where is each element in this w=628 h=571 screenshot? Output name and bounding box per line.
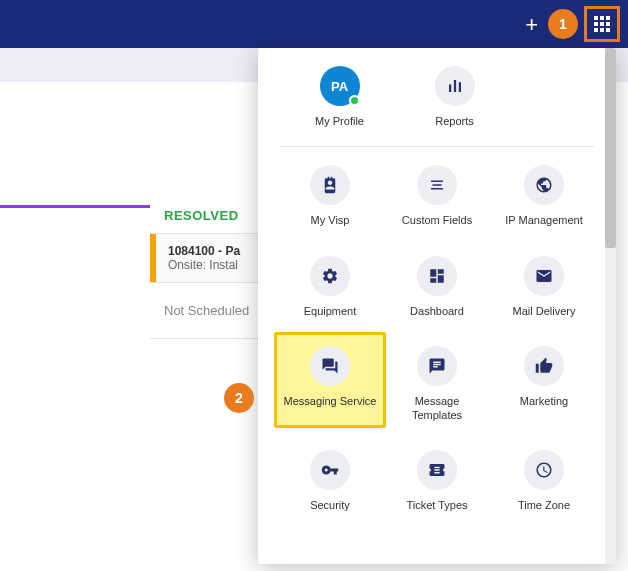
menu-item-message-templates[interactable]: MessageTemplates [387,346,487,423]
svg-rect-2 [458,82,460,92]
ticket-subtitle: Onsite: Instal [168,258,240,272]
menu-item-custom-fields[interactable]: Custom Fields [387,165,487,227]
menu-label: IP Management [505,213,582,227]
mail-icon [524,256,564,296]
badge-icon [310,165,350,205]
menu-label: My Profile [315,114,364,128]
menu-item-marketing[interactable]: Marketing [494,346,594,423]
menu-label: Marketing [520,394,568,408]
menu-item-ip-management[interactable]: IP Management [494,165,594,227]
key-icon [310,450,350,490]
menu-label: Equipment [304,304,357,318]
menu-item-my-visp[interactable]: My Visp [280,165,380,227]
svg-rect-0 [449,85,451,93]
menu-item-my-profile[interactable]: PA My Profile [282,66,397,128]
menu-item-security[interactable]: Security [280,450,380,512]
tab-indicator [0,205,150,208]
menu-label: MessageTemplates [412,394,462,423]
menu-label: Ticket Types [406,498,467,512]
menu-label: My Visp [311,213,350,227]
topbar: + [0,0,628,48]
message-icon [417,346,457,386]
menu-item-messaging-service[interactable]: Messaging Service [280,346,380,423]
apps-menu: PA My Profile Reports My Visp [258,48,616,564]
thumb-up-icon [524,346,564,386]
ticket-icon [417,450,457,490]
scrollbar-thumb[interactable] [605,48,616,248]
scrollbar[interactable] [605,48,616,564]
callout-badge-1: 1 [548,9,578,39]
callout-badge-2: 2 [224,383,254,413]
menu-label: Mail Delivery [513,304,576,318]
dashboard-icon [417,256,457,296]
menu-label: Reports [435,114,474,128]
menu-item-time-zone[interactable]: Time Zone [494,450,594,512]
forum-icon [310,346,350,386]
menu-item-equipment[interactable]: Equipment [280,256,380,318]
gear-icon [310,256,350,296]
menu-label: Time Zone [518,498,570,512]
menu-item-dashboard[interactable]: Dashboard [387,256,487,318]
divider [280,146,594,147]
menu-label: Messaging Service [284,394,377,408]
bar-chart-icon [435,66,475,106]
globe-icon [524,165,564,205]
menu-item-reports[interactable]: Reports [397,66,512,128]
list-icon [417,165,457,205]
clock-icon [524,450,564,490]
menu-item-mail-delivery[interactable]: Mail Delivery [494,256,594,318]
menu-item-ticket-types[interactable]: Ticket Types [387,450,487,512]
menu-label: Dashboard [410,304,464,318]
avatar: PA [320,66,360,106]
status-online-icon [349,95,360,106]
apps-grid-icon [594,16,610,32]
svg-rect-1 [453,80,455,92]
add-button[interactable]: + [525,12,538,38]
apps-button[interactable] [584,6,620,42]
ticket-title: 1084100 - Pa [168,244,240,258]
menu-label: Security [310,498,350,512]
menu-label: Custom Fields [402,213,472,227]
ticket-body: 1084100 - Pa Onsite: Instal [156,234,252,282]
avatar-initials: PA [331,79,348,94]
